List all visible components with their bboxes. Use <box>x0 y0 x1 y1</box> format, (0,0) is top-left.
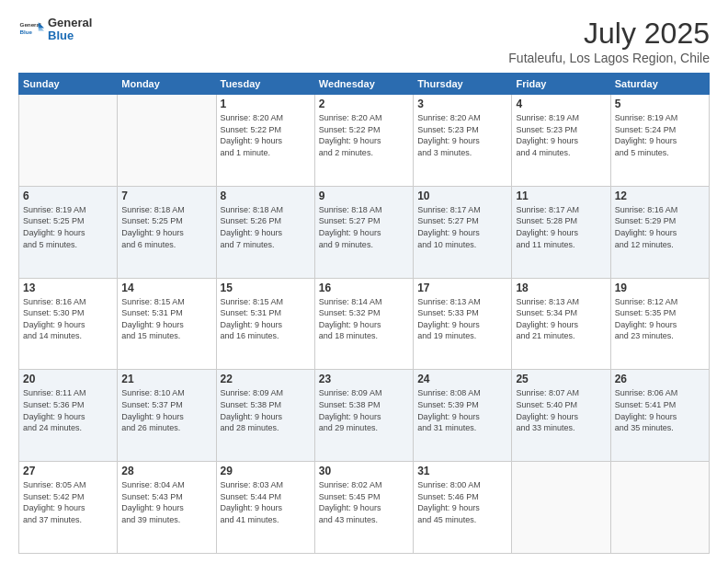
calendar-cell: 19Sunrise: 8:12 AMSunset: 5:35 PMDayligh… <box>610 278 709 370</box>
day-number: 4 <box>516 98 606 110</box>
calendar-cell: 29Sunrise: 8:03 AMSunset: 5:44 PMDayligh… <box>216 462 314 554</box>
calendar-cell: 7Sunrise: 8:18 AMSunset: 5:25 PMDaylight… <box>118 186 216 278</box>
svg-text:General: General <box>20 21 41 28</box>
page-header: General Blue General Blue July 2025 Futa… <box>18 17 710 65</box>
subtitle: Futaleufu, Los Lagos Region, Chile <box>508 51 710 65</box>
calendar-cell: 10Sunrise: 8:17 AMSunset: 5:27 PMDayligh… <box>414 186 512 278</box>
day-number: 15 <box>221 282 311 294</box>
weekday-header-tuesday: Tuesday <box>216 74 314 95</box>
calendar-cell: 21Sunrise: 8:10 AMSunset: 5:37 PMDayligh… <box>118 370 216 462</box>
calendar-cell: 28Sunrise: 8:04 AMSunset: 5:43 PMDayligh… <box>118 462 216 554</box>
main-title: July 2025 <box>508 17 710 51</box>
calendar-week-row: 6Sunrise: 8:19 AMSunset: 5:25 PMDaylight… <box>19 186 710 278</box>
day-info: Sunrise: 8:17 AMSunset: 5:27 PMDaylight:… <box>417 204 507 250</box>
calendar-week-row: 1Sunrise: 8:20 AMSunset: 5:22 PMDaylight… <box>19 95 710 187</box>
day-info: Sunrise: 8:09 AMSunset: 5:38 PMDaylight:… <box>319 387 409 433</box>
day-number: 11 <box>516 190 606 202</box>
calendar-week-row: 20Sunrise: 8:11 AMSunset: 5:36 PMDayligh… <box>19 370 710 462</box>
calendar-cell: 26Sunrise: 8:06 AMSunset: 5:41 PMDayligh… <box>610 370 709 462</box>
day-number: 28 <box>121 465 211 477</box>
calendar-cell: 4Sunrise: 8:19 AMSunset: 5:23 PMDaylight… <box>512 95 610 187</box>
calendar-cell <box>19 95 118 187</box>
day-number: 31 <box>417 465 507 477</box>
calendar-cell: 22Sunrise: 8:09 AMSunset: 5:38 PMDayligh… <box>216 370 314 462</box>
calendar-table: SundayMondayTuesdayWednesdayThursdayFrid… <box>18 73 710 554</box>
day-info: Sunrise: 8:05 AMSunset: 5:42 PMDaylight:… <box>23 479 113 525</box>
day-info: Sunrise: 8:13 AMSunset: 5:33 PMDaylight:… <box>417 296 507 342</box>
day-info: Sunrise: 8:16 AMSunset: 5:29 PMDaylight:… <box>615 204 705 250</box>
day-info: Sunrise: 8:19 AMSunset: 5:25 PMDaylight:… <box>23 204 113 250</box>
calendar-cell: 23Sunrise: 8:09 AMSunset: 5:38 PMDayligh… <box>314 370 413 462</box>
logo-blue: Blue <box>48 29 92 42</box>
day-info: Sunrise: 8:14 AMSunset: 5:32 PMDaylight:… <box>319 296 409 342</box>
day-number: 17 <box>417 282 507 294</box>
calendar-cell <box>512 462 610 554</box>
day-info: Sunrise: 8:00 AMSunset: 5:46 PMDaylight:… <box>417 479 507 525</box>
day-number: 18 <box>516 282 606 294</box>
calendar-cell <box>118 95 216 187</box>
day-number: 26 <box>615 373 705 385</box>
day-number: 1 <box>221 98 311 110</box>
day-number: 2 <box>319 98 409 110</box>
day-number: 20 <box>23 373 113 385</box>
calendar-cell: 11Sunrise: 8:17 AMSunset: 5:28 PMDayligh… <box>512 186 610 278</box>
day-info: Sunrise: 8:20 AMSunset: 5:23 PMDaylight:… <box>417 112 507 158</box>
day-info: Sunrise: 8:11 AMSunset: 5:36 PMDaylight:… <box>23 387 113 433</box>
day-info: Sunrise: 8:04 AMSunset: 5:43 PMDaylight:… <box>121 479 211 525</box>
day-number: 27 <box>23 465 113 477</box>
calendar-week-row: 13Sunrise: 8:16 AMSunset: 5:30 PMDayligh… <box>19 278 710 370</box>
day-info: Sunrise: 8:09 AMSunset: 5:38 PMDaylight:… <box>221 387 311 433</box>
calendar-cell: 8Sunrise: 8:18 AMSunset: 5:26 PMDaylight… <box>216 186 314 278</box>
svg-text:Blue: Blue <box>20 29 33 35</box>
calendar-cell: 17Sunrise: 8:13 AMSunset: 5:33 PMDayligh… <box>414 278 512 370</box>
calendar-cell: 14Sunrise: 8:15 AMSunset: 5:31 PMDayligh… <box>118 278 216 370</box>
calendar-cell: 3Sunrise: 8:20 AMSunset: 5:23 PMDaylight… <box>414 95 512 187</box>
calendar-cell: 5Sunrise: 8:19 AMSunset: 5:24 PMDaylight… <box>610 95 709 187</box>
day-info: Sunrise: 8:12 AMSunset: 5:35 PMDaylight:… <box>615 296 705 342</box>
calendar-cell: 13Sunrise: 8:16 AMSunset: 5:30 PMDayligh… <box>19 278 118 370</box>
day-number: 13 <box>23 282 113 294</box>
day-info: Sunrise: 8:19 AMSunset: 5:24 PMDaylight:… <box>615 112 705 158</box>
calendar-cell: 16Sunrise: 8:14 AMSunset: 5:32 PMDayligh… <box>314 278 413 370</box>
calendar-cell: 15Sunrise: 8:15 AMSunset: 5:31 PMDayligh… <box>216 278 314 370</box>
calendar-cell: 9Sunrise: 8:18 AMSunset: 5:27 PMDaylight… <box>314 186 413 278</box>
day-number: 19 <box>615 282 705 294</box>
day-info: Sunrise: 8:08 AMSunset: 5:39 PMDaylight:… <box>417 387 507 433</box>
day-info: Sunrise: 8:13 AMSunset: 5:34 PMDaylight:… <box>516 296 606 342</box>
calendar-cell: 2Sunrise: 8:20 AMSunset: 5:22 PMDaylight… <box>314 95 413 187</box>
calendar-cell: 12Sunrise: 8:16 AMSunset: 5:29 PMDayligh… <box>610 186 709 278</box>
logo-general: General <box>48 17 92 29</box>
day-number: 30 <box>319 465 409 477</box>
day-number: 5 <box>615 98 705 110</box>
day-info: Sunrise: 8:18 AMSunset: 5:27 PMDaylight:… <box>319 204 409 250</box>
calendar-cell <box>610 462 709 554</box>
day-info: Sunrise: 8:20 AMSunset: 5:22 PMDaylight:… <box>319 112 409 158</box>
logo: General Blue General Blue <box>18 17 92 43</box>
day-info: Sunrise: 8:17 AMSunset: 5:28 PMDaylight:… <box>516 204 606 250</box>
day-info: Sunrise: 8:20 AMSunset: 5:22 PMDaylight:… <box>221 112 311 158</box>
day-number: 12 <box>615 190 705 202</box>
day-info: Sunrise: 8:15 AMSunset: 5:31 PMDaylight:… <box>121 296 211 342</box>
day-info: Sunrise: 8:19 AMSunset: 5:23 PMDaylight:… <box>516 112 606 158</box>
day-number: 10 <box>417 190 507 202</box>
weekday-header-row: SundayMondayTuesdayWednesdayThursdayFrid… <box>19 74 710 95</box>
day-info: Sunrise: 8:06 AMSunset: 5:41 PMDaylight:… <box>615 387 705 433</box>
title-block: July 2025 Futaleufu, Los Lagos Region, C… <box>508 17 710 65</box>
weekday-header-sunday: Sunday <box>19 74 118 95</box>
day-number: 3 <box>417 98 507 110</box>
day-info: Sunrise: 8:02 AMSunset: 5:45 PMDaylight:… <box>319 479 409 525</box>
logo-text: General Blue <box>48 17 92 43</box>
day-number: 29 <box>221 465 311 477</box>
calendar-cell: 18Sunrise: 8:13 AMSunset: 5:34 PMDayligh… <box>512 278 610 370</box>
day-info: Sunrise: 8:18 AMSunset: 5:26 PMDaylight:… <box>221 204 311 250</box>
day-number: 6 <box>23 190 113 202</box>
day-number: 21 <box>121 373 211 385</box>
day-info: Sunrise: 8:10 AMSunset: 5:37 PMDaylight:… <box>121 387 211 433</box>
weekday-header-monday: Monday <box>118 74 216 95</box>
day-info: Sunrise: 8:03 AMSunset: 5:44 PMDaylight:… <box>221 479 311 525</box>
weekday-header-saturday: Saturday <box>610 74 709 95</box>
day-number: 25 <box>516 373 606 385</box>
calendar-cell: 20Sunrise: 8:11 AMSunset: 5:36 PMDayligh… <box>19 370 118 462</box>
day-info: Sunrise: 8:15 AMSunset: 5:31 PMDaylight:… <box>221 296 311 342</box>
day-number: 8 <box>221 190 311 202</box>
